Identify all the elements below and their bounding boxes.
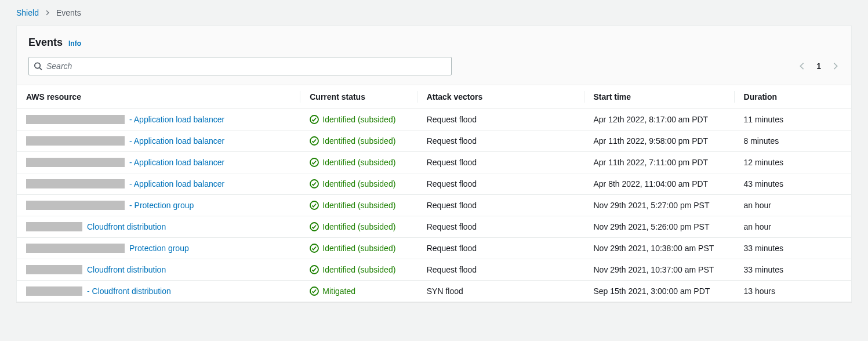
redacted-block [26,136,125,146]
redacted-block [26,286,82,296]
page-prev-button[interactable] [798,62,806,70]
check-circle-icon [310,115,319,124]
duration: 13 hours [735,281,851,302]
pager: 1 [798,61,840,71]
status-text: Identified (subsided) [322,244,395,253]
table-row: - Application load balancerIdentified (s… [17,152,851,173]
table-row: - Application load balancerIdentified (s… [17,173,851,195]
check-circle-icon [310,286,319,296]
duration: an hour [735,195,851,216]
redacted-block [26,201,125,210]
search-icon [34,62,42,71]
events-table: AWS resource Current status Attack vecto… [17,85,851,302]
attack-vector: Request flood [417,238,584,259]
check-circle-icon [310,179,319,188]
duration: 11 minutes [735,109,851,130]
duration: 33 minutes [735,259,851,281]
resource-link[interactable]: Cloudfront distribution [87,265,166,274]
start-time: Apr 11th 2022, 9:58:00 pm PDT [584,130,735,152]
column-header-status[interactable]: Current status [300,85,417,109]
redacted-block [26,265,82,274]
search-input[interactable] [28,57,452,75]
redacted-block [26,244,125,253]
column-header-vectors[interactable]: Attack vectors [417,85,584,109]
check-circle-icon [310,244,319,253]
start-time: Nov 29th 2021, 10:38:00 am PST [584,238,735,259]
breadcrumb: Shield Events [0,0,868,23]
start-time: Apr 11th 2022, 7:11:00 pm PDT [584,152,735,173]
table-row: - Protection groupIdentified (subsided)R… [17,195,851,216]
duration: 12 minutes [735,152,851,173]
events-panel: Events Info 1 AWS resource Current statu… [16,26,852,302]
column-header-start[interactable]: Start time [584,85,735,109]
column-header-duration[interactable]: Duration [735,85,851,109]
table-row: - Cloudfront distributionMitigatedSYN fl… [17,281,851,302]
status-text: Mitigated [322,286,355,296]
start-time: Apr 12th 2022, 8:17:00 am PDT [584,109,735,130]
page-number: 1 [816,61,821,71]
attack-vector: Request flood [417,195,584,216]
attack-vector: Request flood [417,259,584,281]
attack-vector: Request flood [417,152,584,173]
breadcrumb-root[interactable]: Shield [16,8,39,17]
status-text: Identified (subsided) [322,201,395,210]
status-text: Identified (subsided) [322,158,395,167]
column-header-resource[interactable]: AWS resource [17,85,300,109]
attack-vector: Request flood [417,216,584,238]
duration: an hour [735,216,851,238]
attack-vector: Request flood [417,130,584,152]
resource-link[interactable]: - Cloudfront distribution [87,286,171,296]
attack-vector: SYN flood [417,281,584,302]
table-row: - Application load balancerIdentified (s… [17,130,851,152]
resource-link[interactable]: - Application load balancer [129,158,224,167]
table-row: Cloudfront distributionIdentified (subsi… [17,259,851,281]
redacted-block [26,222,82,231]
search-field [28,57,452,75]
page-title: Events [28,37,63,49]
check-circle-icon [310,158,319,167]
redacted-block [26,158,125,167]
start-time: Apr 8th 2022, 11:04:00 am PDT [584,173,735,195]
check-circle-icon [310,265,319,274]
resource-link[interactable]: - Application load balancer [129,136,224,146]
resource-link[interactable]: - Application load balancer [129,179,224,188]
panel-header: Events Info 1 [17,26,851,85]
status-text: Identified (subsided) [322,265,395,274]
redacted-block [26,115,125,124]
check-circle-icon [310,201,319,210]
info-link[interactable]: Info [68,39,81,48]
page-next-button[interactable] [831,62,840,70]
attack-vector: Request flood [417,109,584,130]
check-circle-icon [310,136,319,146]
start-time: Nov 29th 2021, 5:27:00 pm PST [584,195,735,216]
status-text: Identified (subsided) [322,136,395,146]
svg-point-0 [35,63,40,68]
status-text: Identified (subsided) [322,115,395,124]
check-circle-icon [310,222,319,231]
status-text: Identified (subsided) [322,222,395,231]
redacted-block [26,179,125,188]
duration: 8 minutes [735,130,851,152]
resource-link[interactable]: Cloudfront distribution [87,222,166,231]
resource-link[interactable]: - Protection group [129,201,194,210]
duration: 43 minutes [735,173,851,195]
attack-vector: Request flood [417,173,584,195]
resource-link[interactable]: Protection group [129,244,189,253]
table-row: - Application load balancerIdentified (s… [17,109,851,130]
start-time: Nov 29th 2021, 5:26:00 pm PST [584,216,735,238]
start-time: Nov 29th 2021, 10:37:00 am PST [584,259,735,281]
status-text: Identified (subsided) [322,179,395,188]
resource-link[interactable]: - Application load balancer [129,115,224,124]
breadcrumb-current: Events [56,8,81,17]
start-time: Sep 15th 2021, 3:00:00 am PDT [584,281,735,302]
table-row: Protection groupIdentified (subsided)Req… [17,238,851,259]
duration: 33 minutes [735,238,851,259]
chevron-right-icon [45,8,50,17]
table-row: Cloudfront distributionIdentified (subsi… [17,216,851,238]
